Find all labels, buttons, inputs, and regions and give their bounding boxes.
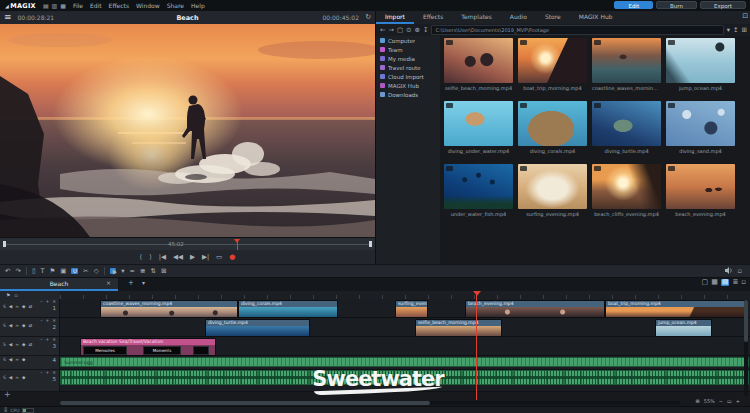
zoom-in-icon[interactable]: + xyxy=(736,399,740,404)
media-file[interactable]: diving_corals.mp4 xyxy=(518,101,587,163)
keyframe-icon[interactable]: ◆ xyxy=(22,376,25,381)
menu-help[interactable]: Help xyxy=(191,2,205,9)
media-file[interactable]: surfing_evening.mp4 xyxy=(518,164,587,226)
ruler-flag-icon[interactable]: ⚑ xyxy=(6,293,10,298)
media-file[interactable]: under_water_fish.mp4 xyxy=(444,164,513,226)
media-file[interactable]: boat_trip_morning.mp4 xyxy=(518,38,587,100)
range-in-button[interactable]: ⟨ xyxy=(140,254,143,261)
add-track-button[interactable]: + xyxy=(4,391,11,399)
clip-diving-corals[interactable]: diving_corals.mp4 xyxy=(238,300,338,318)
range-start-marker[interactable] xyxy=(3,241,6,247)
keyframe-icon[interactable]: ◆ xyxy=(22,305,25,310)
solo-icon[interactable]: S xyxy=(3,305,6,310)
clip-coastline-waves[interactable]: coastline_waves_morning.mp4 xyxy=(100,300,238,318)
import-icon[interactable]: ↧ xyxy=(423,27,428,34)
minimize-icon[interactable]: – xyxy=(40,300,42,305)
keyframe-icon[interactable]: ◆ xyxy=(22,358,25,363)
search-icon[interactable]: ⊙ xyxy=(406,27,411,34)
tab-import[interactable]: Import xyxy=(376,11,414,24)
loop-icon[interactable]: ↻ xyxy=(365,14,371,21)
arranger-icon[interactable]: ▫ xyxy=(738,268,742,275)
lock-icon[interactable]: ▣ xyxy=(60,268,66,275)
tab-audio[interactable]: Audio xyxy=(501,11,536,24)
ruler-marker-icon[interactable]: ▫ xyxy=(14,293,17,298)
preview-scrubber[interactable]: 45:02 xyxy=(0,237,375,250)
add-icon[interactable]: + xyxy=(45,300,49,305)
open-project-icon[interactable]: ▥ xyxy=(52,3,58,9)
title-clip[interactable] xyxy=(193,346,209,355)
sidebar-item-computer[interactable]: Computer xyxy=(376,36,440,45)
mixer-icon[interactable]: ≣ xyxy=(140,268,145,275)
tab-effects[interactable]: Effects xyxy=(414,11,452,24)
track-lane-2[interactable] xyxy=(60,318,750,337)
tab-templates[interactable]: Templates xyxy=(452,11,501,24)
mouse-mode-dropdown-icon[interactable]: ▾ xyxy=(121,268,124,275)
sidebar-item-my-media[interactable]: My media xyxy=(376,54,440,63)
updown-icon[interactable]: ⇅ xyxy=(150,268,155,275)
save-project-icon[interactable]: ▦ xyxy=(60,3,66,9)
minimize-icon[interactable]: – xyxy=(40,319,42,324)
solo-icon[interactable]: S xyxy=(3,324,6,329)
view-mixer-icon[interactable]: ≣ xyxy=(732,279,738,286)
razor-icon[interactable]: ✂ xyxy=(83,268,88,275)
clip-boat-trip[interactable]: boat_trip_morning.mp4 xyxy=(605,300,748,318)
wave-icon[interactable]: ≈ xyxy=(15,376,19,381)
range-end-marker[interactable] xyxy=(369,241,372,247)
step-back-button[interactable]: ◀◀ xyxy=(173,254,183,261)
wave-display-icon[interactable]: ≈ xyxy=(130,268,135,275)
view-compact-icon[interactable]: ▫ xyxy=(741,279,746,286)
jump-end-button[interactable]: ▶| xyxy=(202,254,209,261)
track-header-5[interactable]: –+× S◀≈◆5 xyxy=(0,370,60,392)
swap-icon[interactable]: ⇄ xyxy=(29,343,33,348)
mute-speaker-icon[interactable]: ◀ xyxy=(9,343,12,348)
media-file[interactable]: jump_ocean.mp4 xyxy=(666,38,735,100)
tab-list-caret-icon[interactable]: ▾ xyxy=(142,280,145,286)
sidebar-item-magix-hub[interactable]: MAGIX Hub xyxy=(376,81,440,90)
tab-magix-hub[interactable]: MAGIX Hub xyxy=(570,11,622,24)
view-timeline-icon[interactable]: ▤ xyxy=(721,279,730,286)
keyframe-icon[interactable]: ◆ xyxy=(22,324,25,329)
title-clip[interactable]: Moments xyxy=(143,346,181,355)
timeline-playhead[interactable] xyxy=(476,291,477,400)
wave-icon[interactable]: ≈ xyxy=(15,358,19,363)
menu-share[interactable]: Share xyxy=(167,2,184,9)
curve-icon[interactable]: ◇ xyxy=(94,268,99,275)
scrubber-playhead[interactable] xyxy=(237,240,238,250)
snap-magnet-icon[interactable]: ∪ xyxy=(71,268,78,275)
preview-menu-icon[interactable]: ≡ xyxy=(4,13,12,22)
mute-speaker-icon[interactable]: ◀ xyxy=(9,358,12,363)
track-header-2[interactable]: –+× S◀≈◆⇄2 xyxy=(0,318,60,337)
timeline-tab-beach[interactable]: Beach xyxy=(0,278,118,291)
export-mode-button[interactable]: Export xyxy=(700,1,746,9)
wave-icon[interactable]: ≈ xyxy=(15,305,19,310)
mute-speaker-icon[interactable]: ◀ xyxy=(9,305,12,310)
media-file[interactable]: diving_turtle.mp4 xyxy=(592,101,661,163)
menu-file[interactable]: File xyxy=(73,2,83,9)
minimize-icon[interactable]: – xyxy=(40,371,42,376)
sidebar-item-travel-route[interactable]: Travel route xyxy=(376,63,440,72)
audio-clip-summer[interactable]: Summer.ogg xyxy=(60,357,749,367)
sidebar-item-downloads[interactable]: Downloads xyxy=(376,90,440,99)
track-header-3[interactable]: –+× S◀≈◆⇄3 xyxy=(0,337,60,356)
timeline-hscrollbar[interactable] xyxy=(60,401,680,405)
mouse-mode-icon[interactable]: ▲ xyxy=(110,268,117,275)
add-icon[interactable]: + xyxy=(45,371,49,376)
fit-view-icon[interactable]: ⊞ xyxy=(696,399,700,404)
redo-icon[interactable]: ↷ xyxy=(15,268,20,275)
menu-window[interactable]: Window xyxy=(136,2,160,9)
master-volume-icon[interactable] xyxy=(725,267,733,276)
swap-icon[interactable]: ⇄ xyxy=(29,305,33,310)
clip-beach-evening[interactable]: beach_evening.mp4 xyxy=(465,300,605,318)
sidebar-item-team[interactable]: Team xyxy=(376,45,440,54)
record-button[interactable]: ● xyxy=(229,254,235,261)
timeline-vscrollbar[interactable] xyxy=(744,300,748,396)
solo-icon[interactable]: S xyxy=(3,343,6,348)
clip-selfie-beach[interactable]: selfie_beach_morning.mp4 xyxy=(415,319,502,337)
solo-icon[interactable]: S xyxy=(3,376,6,381)
play-button[interactable]: ▶ xyxy=(190,254,195,261)
media-file[interactable]: diving_under_water.mp4 xyxy=(444,101,513,163)
nav-back-icon[interactable]: ← xyxy=(380,27,385,34)
wave-icon[interactable]: ≈ xyxy=(15,343,19,348)
new-project-icon[interactable]: ▤ xyxy=(43,3,49,9)
hscroll-handle[interactable] xyxy=(60,401,430,405)
